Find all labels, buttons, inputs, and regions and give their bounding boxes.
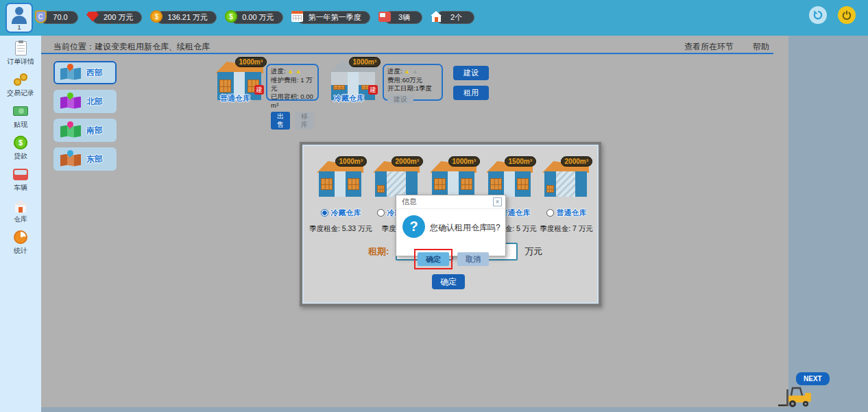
stat-cash: $ 136.21 万元 — [156, 11, 217, 24]
map-icon-south — [60, 123, 81, 138]
capacity-badge: 1000m³ — [349, 57, 381, 67]
warehouse-building: 2000m³ — [375, 161, 418, 197]
build-badge: 建 — [368, 85, 378, 95]
rent-price-5: 季度租金: 7 万元 — [533, 224, 600, 234]
help-link[interactable]: 帮助 — [753, 41, 769, 53]
avatar-icon — [15, 7, 23, 15]
shield-c-icon: C — [34, 10, 47, 23]
radio-option-1[interactable] — [321, 209, 328, 217]
rent-option-1: 1000m³ 冷藏仓库 季度租金: 5.33 万元 — [313, 145, 369, 275]
maintenance-cost: 维护费用: 1 万元 — [271, 76, 314, 93]
region-button-south[interactable]: 南部 — [53, 119, 117, 142]
progress-label: 进度: — [271, 67, 286, 75]
stat-deposit: $ 0.00 万元 — [230, 11, 282, 24]
rent-button[interactable]: 租用 — [453, 86, 489, 100]
capacity-badge: 1000m³ — [448, 156, 480, 167]
close-icon[interactable]: × — [493, 197, 502, 206]
date-value: 第一年第一季度 — [297, 11, 370, 24]
sidebar-nav: 订单详情 交易记录 贴现 $ 贷款 车辆 仓库 统计 — [0, 36, 41, 412]
warehouse-info-card-1: 进度: ▲ ▲ 维护费用: 1 万元 已用容积: 0.00 m³ 出售 移库 — [266, 64, 319, 101]
stat-gem-money: 200 万元 — [92, 11, 142, 24]
radio-option-5[interactable] — [546, 209, 554, 217]
region-list: 西部 北部 南部 东部 — [53, 61, 117, 171]
used-capacity: 已用容积: 0.00 m³ — [271, 93, 314, 110]
pie-chart-icon — [12, 230, 29, 245]
progress-triangle-icon: ▲ — [287, 68, 293, 75]
warehouse-type-label: 冷藏仓库 — [334, 93, 364, 104]
coin-green-icon: $ — [224, 10, 238, 23]
map-icon-east — [60, 152, 81, 167]
avatar[interactable]: 1 — [5, 3, 33, 33]
capacity-badge: 2000m³ — [391, 156, 423, 167]
dollar-coin-icon: $ — [12, 135, 29, 150]
breadcrumb-underline — [41, 53, 773, 54]
warehouse-building: 2000m³ — [544, 161, 587, 197]
region-button-east[interactable]: 东部 — [53, 147, 117, 171]
warehouse-building-cold: 1000m³ 建 冷藏仓库 — [331, 62, 375, 100]
sidebar-item-orders[interactable]: 订单详情 — [7, 40, 34, 66]
region-button-west[interactable]: 西部 — [53, 61, 117, 84]
refresh-icon — [812, 9, 824, 21]
stat-date: 第一年第一季度 — [297, 11, 370, 24]
progress-triangle-icon: ▲ — [404, 68, 410, 75]
build-button[interactable]: 建设 — [453, 66, 489, 80]
warehouse-building: 1000m³ — [432, 161, 474, 197]
sell-button[interactable]: 出售 — [271, 112, 290, 130]
build-cost: 费用:60万元 — [387, 76, 438, 84]
dialog-title: 信息 — [402, 197, 493, 207]
coins-icon — [12, 72, 29, 87]
sidebar-item-discount[interactable]: 贴现 — [12, 104, 29, 130]
progress-label: 进度: — [387, 67, 402, 75]
capacity-badge: 1500m³ — [505, 156, 536, 167]
build-button-disabled[interactable]: 建设 — [387, 95, 413, 104]
map-icon-north — [60, 95, 81, 109]
rent-term-label: 租期: — [368, 245, 389, 258]
dialog-ok-button[interactable]: 确定 — [418, 252, 449, 266]
confirm-dialog: 信息 × ? 您确认租用仓库吗? 确定 取消 — [396, 195, 506, 256]
coin-gold-icon: $ — [149, 10, 163, 23]
warehouse-building: 1500m³ — [488, 161, 531, 197]
dialog-cancel-button[interactable]: 取消 — [457, 252, 489, 266]
capacity-badge: 1000m³ — [335, 156, 367, 167]
progress-triangle-icon: ▲ — [296, 68, 302, 75]
question-icon: ? — [402, 215, 425, 238]
sidebar-item-loan[interactable]: $ 贷款 — [12, 135, 29, 161]
forklift-icon — [777, 384, 813, 411]
build-badge: 建 — [254, 85, 264, 95]
move-button[interactable]: 移库 — [295, 112, 314, 130]
power-button[interactable] — [838, 6, 856, 24]
banknote-icon — [12, 104, 29, 119]
top-status-bar: 1 C 70.0 200 万元 $ 136.21 万元 $ 0.00 万元 第一… — [0, 0, 868, 36]
stat-credit: C 70.0 — [40, 11, 78, 24]
sidebar-item-vehicles[interactable]: 车辆 — [12, 167, 29, 193]
stat-vehicles: 3辆 — [384, 11, 422, 24]
radio-option-2[interactable] — [377, 209, 385, 217]
panel-confirm-button[interactable]: 确定 — [432, 274, 465, 289]
progress-triangle-icon: ▲ — [412, 68, 418, 75]
sidebar-item-transactions[interactable]: 交易记录 — [7, 72, 34, 98]
dialog-message: 您确认租用仓库吗? — [430, 222, 501, 234]
sidebar-item-statistics[interactable]: 统计 — [12, 230, 29, 256]
region-button-north[interactable]: 北部 — [53, 90, 117, 113]
warehouse-building: 1000m³ — [319, 161, 361, 197]
refresh-button[interactable] — [809, 6, 827, 24]
power-icon — [841, 10, 852, 21]
capacity-badge: 1000m³ — [235, 57, 267, 67]
capacity-badge: 2000m³ — [561, 156, 592, 167]
breadcrumb: 当前位置：建设变卖租用新仓库、续租仓库 — [53, 41, 210, 53]
gem-icon — [86, 10, 99, 23]
home-icon — [430, 10, 444, 23]
house-icon — [12, 198, 29, 213]
unit-label: 万元 — [525, 245, 542, 258]
view-stage-link[interactable]: 查看所在环节 — [684, 41, 734, 53]
cash-value: 136.21 万元 — [156, 11, 217, 24]
order-document-icon — [12, 40, 29, 56]
bus-icon — [12, 167, 29, 182]
deposit-value: 0.00 万元 — [230, 11, 282, 24]
warehouse-building-normal: 1000m³ 建 普通仓库 — [217, 62, 261, 100]
status-pills: C 70.0 200 万元 $ 136.21 万元 $ 0.00 万元 第一年第… — [40, 11, 474, 24]
gem-money-value: 200 万元 — [92, 11, 142, 24]
sidebar-item-warehouse[interactable]: 仓库 — [12, 198, 29, 224]
stat-warehouses: 2个 — [436, 11, 474, 24]
warehouse-type-label: 普通仓库 — [220, 93, 250, 104]
